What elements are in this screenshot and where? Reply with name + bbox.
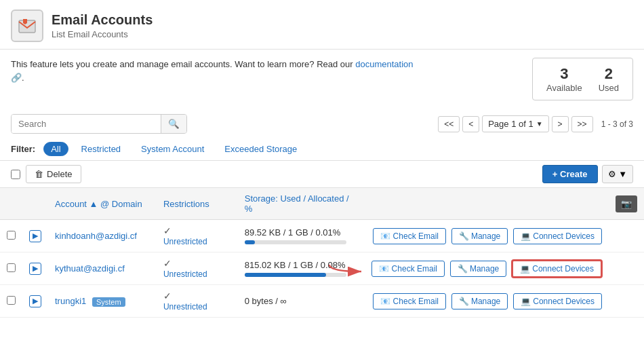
filter-label: Filter: (11, 144, 35, 154)
col-expand-header (22, 188, 48, 220)
screenshot-icon-button[interactable]: 📷 (616, 195, 637, 212)
row-restrictions-cell: ✓ Unrestricted (157, 220, 238, 252)
row-account-cell: kythuat@azdigi.cf (48, 252, 157, 285)
row-actions-cell: 📧 Check Email 🔧 Manage 💻 Connect Devices (360, 220, 609, 252)
row-account-cell: trungki1 System (48, 285, 157, 318)
documentation-link[interactable]: documentation (355, 59, 413, 69)
table-row: ▶ kinhdoanh@azdigi.cf ✓ Unrestricted 89.… (0, 220, 644, 252)
manage-button[interactable]: 🔧 Manage (451, 228, 508, 244)
filter-restricted[interactable]: Restricted (74, 142, 129, 156)
row-expand-button[interactable]: ▶ (29, 230, 41, 242)
search-button[interactable]: 🔍 (161, 115, 186, 133)
row-empty-cell (609, 220, 644, 252)
table-row: ▶ trungki1 System ✓ Unrestricted 0 bytes… (0, 285, 644, 318)
row-empty-cell (609, 252, 644, 285)
row-actions-cell: 📧 Check Email 🔧 Manage 💻 Connect Devices (360, 285, 609, 318)
col-check-header (0, 188, 22, 220)
create-button[interactable]: + Create (542, 165, 598, 183)
filter-exceeded-storage[interactable]: Exceeded Storage (217, 142, 304, 156)
col-restrictions-header: Restrictions (157, 188, 238, 220)
row-expand-button[interactable]: ▶ (29, 263, 41, 275)
check-icon: ✓ (163, 290, 172, 301)
settings-button[interactable]: ⚙ ▼ (602, 165, 633, 183)
manage-button[interactable]: 🔧 Manage (451, 293, 508, 309)
select-all-checkbox[interactable] (11, 170, 20, 179)
storage-bar-wrap (245, 240, 346, 244)
col-screenshot-icon-header: 📷 (609, 188, 644, 220)
used-stat: 2 Used (599, 65, 619, 93)
check-email-button[interactable]: 📧 Check Email (371, 261, 445, 277)
accounts-table: Account ▲ @ Domain Restrictions Storage:… (0, 188, 644, 318)
row-storage-cell: 0 bytes / ∞ (238, 285, 360, 318)
trash-icon: 🗑 (35, 169, 43, 179)
available-stat: 3 Available (546, 65, 582, 93)
delete-button[interactable]: 🗑 Delete (26, 165, 81, 183)
row-account-cell: kinhdoanh@azdigi.cf (48, 220, 157, 252)
connect-devices-button[interactable]: 💻 Connect Devices (513, 293, 602, 309)
page-count: 1 - 3 of 3 (601, 119, 633, 129)
search-input[interactable] (12, 115, 161, 133)
check-email-button[interactable]: 📧 Check Email (373, 293, 446, 309)
filter-all[interactable]: All (43, 142, 68, 156)
check-icon: ✓ (163, 225, 172, 236)
connect-devices-button[interactable]: 💻 Connect Devices (513, 228, 602, 244)
prev-page-button[interactable]: < (462, 116, 479, 132)
account-link[interactable]: trungki1 (55, 296, 86, 306)
connect-devices-button[interactable]: 💻 Connect Devices (512, 260, 602, 278)
page-title: Email Accounts (52, 12, 153, 28)
page-subtitle: List Email Accounts (52, 29, 153, 39)
row-storage-cell: 89.52 KB / 1 GB / 0.01% (238, 220, 360, 252)
row-empty-cell (609, 285, 644, 318)
storage-text: 89.52 KB / 1 GB / 0.01% (245, 227, 341, 238)
col-actions-header (360, 188, 609, 220)
storage-bar (245, 273, 326, 277)
storage-bar (245, 240, 255, 244)
row-expand-cell: ▶ (22, 220, 48, 252)
storage-text: 0 bytes / ∞ (245, 296, 287, 306)
account-link[interactable]: kythuat@azdigi.cf (55, 263, 125, 274)
actions-bar: 🗑 Delete + Create ⚙ ▼ (0, 160, 644, 188)
col-account-header[interactable]: Account ▲ @ Domain (48, 188, 157, 220)
row-expand-cell: ▶ (22, 285, 48, 318)
row-checkbox[interactable] (7, 231, 16, 240)
stats-box: 3 Available 2 Used (532, 58, 633, 100)
email-accounts-icon (11, 10, 43, 42)
row-restrictions-cell: ✓ Unrestricted (157, 252, 238, 285)
row-checkbox[interactable] (7, 263, 16, 272)
system-badge: System (92, 297, 125, 307)
row-actions-cell: 📧 Check Email 🔧 Manage 💻 Connect Devices (360, 252, 609, 285)
page-label[interactable]: Page 1 of 1 ▼ (482, 115, 548, 132)
info-text: This feature lets you create and manage … (11, 58, 418, 84)
filter-bar: Filter: All Restricted System Account Ex… (0, 139, 644, 160)
restrictions-link[interactable]: Unrestricted (163, 269, 207, 279)
restrictions-link[interactable]: Unrestricted (163, 302, 207, 312)
pagination: << < Page 1 of 1 ▼ > >> (438, 115, 592, 132)
row-checkbox[interactable] (7, 296, 16, 305)
check-icon: ✓ (163, 258, 172, 269)
row-expand-cell: ▶ (22, 252, 48, 285)
row-restrictions-cell: ✓ Unrestricted (157, 285, 238, 318)
table-row: ▶ kythuat@azdigi.cf ✓ Unrestricted 815.0… (0, 252, 644, 285)
first-page-button[interactable]: << (438, 116, 460, 132)
check-email-button[interactable]: 📧 Check Email (373, 228, 446, 244)
manage-button[interactable]: 🔧 Manage (450, 261, 507, 277)
filter-system-account[interactable]: System Account (134, 142, 212, 156)
account-link[interactable]: kinhdoanh@azdigi.cf (55, 231, 137, 241)
search-box: 🔍 (11, 114, 187, 134)
last-page-button[interactable]: >> (571, 116, 593, 132)
row-checkbox-cell (0, 220, 22, 252)
row-expand-button[interactable]: ▶ (29, 295, 41, 307)
restrictions-link[interactable]: Unrestricted (163, 237, 207, 246)
col-storage-header: Storage: Used / Allocated / % (238, 188, 360, 220)
row-checkbox-cell (0, 285, 22, 318)
next-page-button[interactable]: > (552, 116, 569, 132)
row-checkbox-cell (0, 252, 22, 285)
